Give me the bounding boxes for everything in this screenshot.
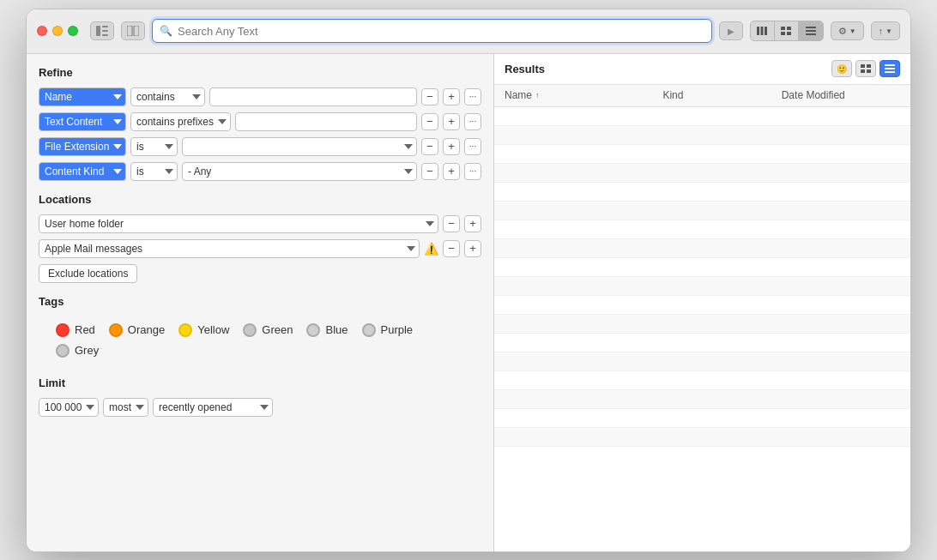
tag-purple[interactable]: Purple	[362, 323, 414, 337]
filter-remove-ext[interactable]: −	[421, 138, 438, 155]
tag-dot-purple	[362, 323, 376, 337]
search-bar[interactable]: 🔍	[152, 19, 712, 43]
filter-field-ext[interactable]: File Extension Name Text Content Content…	[39, 137, 126, 156]
filter-op-name[interactable]: contains is begins with ends with	[130, 87, 205, 106]
filter-value-name[interactable]	[209, 87, 417, 106]
filter-op-kind[interactable]: is is not	[130, 162, 178, 181]
col-header-name[interactable]: Name ↑	[505, 89, 662, 101]
warning-icon: ⚠️	[424, 242, 438, 256]
limit-order-select[interactable]: recently opened recently modified recent…	[153, 398, 273, 417]
table-row[interactable]	[494, 409, 910, 428]
filter-value-ext[interactable]	[182, 137, 417, 156]
table-row[interactable]	[494, 390, 910, 409]
close-button[interactable]	[37, 26, 47, 36]
table-row[interactable]	[494, 183, 910, 202]
tag-dot-blue	[306, 323, 320, 337]
limit-section: Limit 100 000 50 000 10 000 1 000 most l…	[39, 376, 481, 417]
table-row[interactable]	[494, 126, 910, 145]
filter-add-kind[interactable]: +	[443, 163, 460, 180]
play-button[interactable]: ▶	[719, 21, 743, 40]
results-emoji-btn[interactable]: 🙂	[831, 60, 852, 77]
limit-count-select[interactable]: 100 000 50 000 10 000 1 000	[39, 398, 99, 417]
table-row[interactable]	[494, 145, 910, 164]
filter-remove-kind[interactable]: −	[421, 163, 438, 180]
table-row[interactable]	[494, 239, 910, 258]
location-add-home[interactable]: +	[464, 215, 481, 232]
filter-more-kind[interactable]: ···	[464, 163, 481, 180]
filter-op-text[interactable]: contains prefixes contains is	[130, 112, 231, 131]
main-content: Refine Name Text Content File Extension …	[27, 54, 910, 551]
svg-rect-14	[806, 30, 816, 32]
filter-value-kind[interactable]: - Any Audio Document Image Movie PDF	[182, 162, 417, 181]
tag-orange[interactable]: Orange	[109, 323, 165, 337]
view-btn-columns[interactable]	[751, 21, 775, 40]
tag-label-green: Green	[262, 323, 293, 336]
svg-rect-13	[806, 27, 816, 28]
filter-row-name: Name Text Content File Extension Content…	[39, 87, 481, 106]
table-row[interactable]	[494, 258, 910, 277]
emoji-icon: 🙂	[837, 64, 847, 74]
svg-rect-4	[127, 26, 132, 36]
filter-more-text[interactable]: ···	[464, 113, 481, 130]
location-add-mail[interactable]: +	[464, 240, 481, 257]
filter-more-ext[interactable]: ···	[464, 138, 481, 155]
location-select-mail[interactable]: Apple Mail messages User home folder	[39, 239, 420, 258]
col-header-date[interactable]: Date Modified	[782, 89, 900, 101]
exclude-locations-button[interactable]: Exclude locations	[39, 264, 137, 283]
search-input[interactable]	[178, 25, 704, 38]
results-list-btn[interactable]	[880, 60, 900, 77]
filter-more-name[interactable]: ···	[464, 88, 481, 105]
tag-grey[interactable]: Grey	[56, 344, 99, 358]
results-grid-btn[interactable]	[855, 60, 876, 77]
filter-value-text[interactable]	[235, 112, 417, 131]
table-row[interactable]	[494, 296, 910, 315]
view-btn-grid[interactable]	[775, 21, 799, 40]
table-row[interactable]	[494, 220, 910, 239]
svg-rect-18	[861, 69, 865, 73]
filter-add-name[interactable]: +	[443, 88, 460, 105]
tag-label-yellow: Yellow	[197, 323, 229, 336]
maximize-button[interactable]	[68, 26, 78, 36]
filter-field-kind[interactable]: Content Kind Name Text Content File Exte…	[39, 162, 126, 181]
share-button[interactable]: ↑ ▼	[871, 21, 900, 40]
table-row[interactable]	[494, 371, 910, 390]
svg-rect-2	[102, 30, 108, 32]
filter-remove-text[interactable]: −	[421, 113, 438, 130]
filter-remove-name[interactable]: −	[421, 88, 438, 105]
results-list	[494, 107, 910, 551]
table-row[interactable]	[494, 107, 910, 126]
table-row[interactable]	[494, 334, 910, 352]
filter-field-name[interactable]: Name Text Content File Extension Content…	[39, 87, 126, 106]
limit-title: Limit	[39, 376, 481, 389]
svg-rect-15	[806, 33, 816, 35]
table-row[interactable]	[494, 315, 910, 334]
filter-field-text[interactable]: Text Content Name File Extension Content…	[39, 112, 126, 131]
filter-add-ext[interactable]: +	[443, 138, 460, 155]
view-btn-list[interactable]	[799, 21, 823, 40]
tag-red[interactable]: Red	[56, 323, 95, 337]
filter-add-text[interactable]: +	[443, 113, 460, 130]
location-remove-home[interactable]: −	[443, 215, 460, 232]
split-view-button[interactable]	[121, 21, 145, 40]
svg-rect-17	[867, 64, 871, 68]
tag-dot-grey	[56, 344, 70, 358]
tag-green[interactable]: Green	[243, 323, 293, 337]
svg-rect-6	[757, 27, 759, 35]
results-header: Results 🙂	[494, 54, 910, 85]
table-row[interactable]	[494, 202, 910, 220]
table-row[interactable]	[494, 428, 910, 447]
table-row[interactable]	[494, 352, 910, 371]
limit-sort-select[interactable]: most least	[103, 398, 148, 417]
tag-blue[interactable]: Blue	[306, 323, 348, 337]
minimize-button[interactable]	[52, 26, 63, 36]
location-remove-mail[interactable]: −	[443, 240, 460, 257]
table-row[interactable]	[494, 277, 910, 296]
col-header-kind[interactable]: Kind	[662, 89, 781, 101]
sidebar-toggle-button[interactable]	[90, 21, 114, 40]
gear-button[interactable]: ⚙ ▼	[831, 21, 864, 40]
tag-yellow[interactable]: Yellow	[178, 323, 229, 337]
table-row[interactable]	[494, 164, 910, 183]
tags-section: Tags Red Orange Yellow	[39, 295, 481, 364]
filter-op-ext[interactable]: is is not	[130, 137, 178, 156]
location-select-home[interactable]: User home folder iCloud Drive Desktop Do…	[39, 214, 438, 233]
